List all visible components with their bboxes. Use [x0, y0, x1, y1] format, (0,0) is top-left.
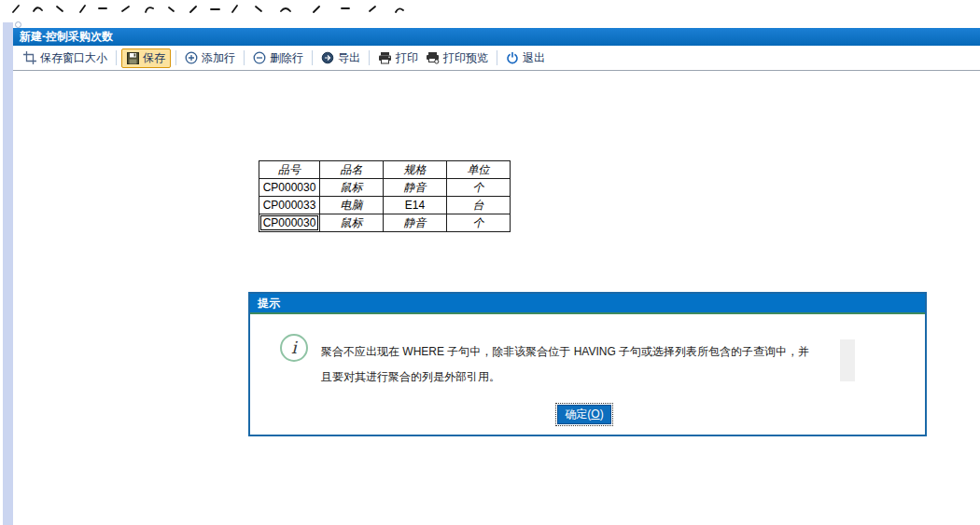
table-cell[interactable]: 鼠标 — [320, 214, 384, 232]
toolbar-separator — [312, 50, 313, 65]
toolbar-label: 添加行 — [202, 50, 235, 66]
toolbar-label: 保存 — [143, 50, 165, 66]
handwriting-fragment — [6, 0, 416, 17]
toolbar-separator — [175, 50, 176, 65]
toolbar-label: 导出 — [338, 50, 360, 66]
table-cell[interactable]: 电脑 — [320, 197, 384, 214]
table-cell[interactable]: 个 — [447, 214, 511, 232]
toolbar-button-add-row[interactable]: 添加行 — [181, 48, 239, 68]
toolbar-button-exit[interactable]: 退出 — [502, 48, 549, 68]
resize-window-icon — [23, 51, 36, 64]
toolbar-button-print-preview[interactable]: 打印预览 — [422, 48, 492, 68]
table-header-row: 品号 品名 规格 单位 — [259, 161, 511, 179]
mdi-left-border — [3, 22, 13, 525]
table-cell[interactable]: CP000033 — [259, 197, 320, 214]
ok-button-focus-ring: 确定(O) — [555, 403, 613, 426]
toolbar-label: 退出 — [523, 50, 545, 66]
table-cell[interactable]: 台 — [447, 197, 511, 214]
toolbar-button-save[interactable]: 保存 — [121, 48, 171, 68]
toolbar-label: 打印预览 — [443, 50, 488, 66]
info-icon: i — [280, 334, 308, 362]
table-row: CP000030 鼠标 静音 个 — [259, 179, 511, 197]
ok-accesskey: O — [591, 408, 599, 421]
toolbar-button-export[interactable]: 导出 — [317, 48, 364, 68]
toolbar-label: 保存窗口大小 — [40, 50, 107, 66]
window-titlebar: 新建-控制采购次数 — [13, 28, 980, 46]
main-window: 新建-控制采购次数 保存窗口大小 保存 — [13, 28, 980, 525]
toolbar-button-print[interactable]: 打印 — [374, 48, 422, 68]
selected-cell[interactable]: CP000030 — [259, 214, 320, 232]
toolbar: 保存窗口大小 保存 添加行 — [13, 46, 980, 71]
toolbar-separator — [244, 50, 245, 65]
window-title: 新建-控制采购次数 — [20, 30, 113, 43]
dialog-title: 提示 — [258, 297, 280, 310]
dialog-message-line: 聚合不应出现在 WHERE 子句中，除非该聚合位于 HAVING 子句或选择列表… — [321, 339, 861, 365]
table-header-cell: 规格 — [384, 161, 447, 179]
dialog-message: 聚合不应出现在 WHERE 子句中，除非该聚合位于 HAVING 子句或选择列表… — [321, 339, 861, 390]
scrollbar-thumb — [840, 339, 855, 381]
add-row-icon — [185, 51, 198, 64]
table-cell[interactable]: E14 — [384, 197, 447, 214]
power-icon — [506, 51, 519, 64]
table-cell[interactable]: 静音 — [384, 214, 447, 232]
items-table: 品号 品名 规格 单位 CP000030 鼠标 静音 个 CP000033 电脑… — [259, 160, 511, 232]
ok-button[interactable]: 确定(O) — [557, 405, 611, 424]
print-icon — [378, 51, 392, 64]
print-preview-icon — [426, 51, 440, 64]
toolbar-label: 删除行 — [270, 50, 303, 66]
table-header-cell: 品名 — [320, 161, 384, 179]
export-icon — [321, 51, 334, 64]
table-header-cell: 品号 — [259, 161, 320, 179]
window-handle-dot — [15, 21, 21, 28]
toolbar-separator — [116, 50, 117, 65]
message-dialog: 提示 i 聚合不应出现在 WHERE 子句中，除非该聚合位于 HAVING 子句… — [248, 292, 927, 436]
toolbar-button-save-window-size[interactable]: 保存窗口大小 — [20, 48, 111, 68]
dialog-titlebar: 提示 — [250, 294, 925, 314]
table-cell[interactable]: 静音 — [384, 179, 447, 197]
table-row: CP000030 鼠标 静音 个 — [259, 214, 511, 232]
delete-row-icon — [253, 51, 266, 64]
toolbar-label: 打印 — [396, 50, 418, 66]
table-cell[interactable]: 鼠标 — [320, 179, 384, 197]
toolbar-separator — [497, 50, 497, 65]
dialog-message-line: 且要对其进行聚合的列是外部引用。 — [321, 365, 861, 390]
table-row: CP000033 电脑 E14 台 — [259, 197, 511, 214]
toolbar-button-delete-row[interactable]: 删除行 — [249, 48, 307, 68]
table-header-cell: 单位 — [447, 161, 511, 179]
toolbar-separator — [369, 50, 370, 65]
table-cell[interactable]: CP000030 — [259, 179, 320, 197]
table-cell[interactable]: 个 — [447, 179, 511, 197]
save-icon — [127, 52, 139, 64]
